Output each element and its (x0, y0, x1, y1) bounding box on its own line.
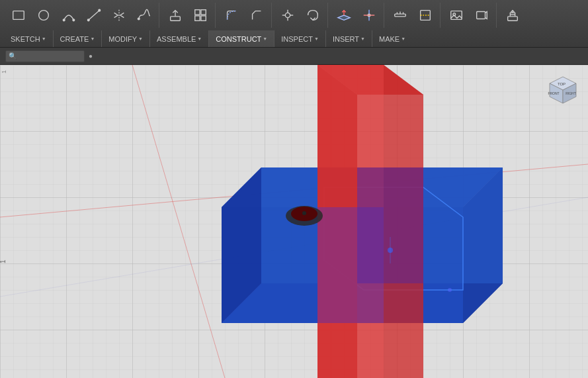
make-label: MAKE (379, 35, 399, 43)
toolbar-top (0, 0, 588, 30)
modify-group (217, 3, 272, 28)
svg-point-58 (302, 211, 306, 215)
sketch-rect-tool[interactable] (7, 3, 30, 28)
svg-rect-33 (508, 17, 518, 21)
search-box[interactable]: 🔍 (5, 50, 85, 62)
modify-arrow: ▼ (138, 36, 143, 41)
construct-group (329, 3, 384, 28)
create-extrude-tool[interactable] (163, 3, 187, 28)
modify-menu[interactable]: MODIFY ▼ (102, 30, 150, 47)
make-menu[interactable]: MAKE ▼ (372, 30, 412, 47)
svg-rect-14 (201, 16, 206, 21)
svg-point-1 (39, 11, 49, 21)
svg-rect-32 (477, 12, 485, 19)
assemble-joint-tool[interactable] (276, 3, 300, 28)
sketch-arrow: ▼ (42, 36, 46, 41)
inspect-arrow: ▼ (314, 36, 319, 41)
nav-cube-svg: TOP FRONT RIGHT (543, 70, 583, 110)
construct-arrow: ▼ (263, 36, 267, 41)
create-menu[interactable]: CREATE ▼ (54, 30, 103, 47)
inspect-menu[interactable]: INSPECT ▼ (274, 30, 326, 47)
create-grid-tool[interactable] (189, 3, 212, 28)
svg-point-2 (63, 19, 65, 21)
svg-point-6 (99, 9, 101, 11)
assemble-label: ASSEMBLE (157, 35, 196, 43)
construct-menu[interactable]: CONSTRUCT ▼ (209, 30, 274, 47)
insert-group (442, 3, 497, 28)
search-icon: 🔍 (9, 52, 17, 60)
sketch-mirror-tool[interactable] (107, 3, 131, 28)
insert-image-tool[interactable] (444, 3, 468, 28)
make-3dprint-tool[interactable] (501, 3, 525, 28)
svg-marker-55 (357, 167, 423, 283)
inspect-section-tool[interactable] (413, 3, 437, 28)
toolbar-menu-row: SKETCH ▼ CREATE ▼ MODIFY ▼ ASSEMBLE ▼ CO… (0, 30, 588, 47)
svg-point-8 (138, 18, 140, 20)
svg-rect-11 (195, 10, 200, 15)
svg-rect-0 (13, 11, 24, 20)
make-group (498, 3, 527, 28)
sketch-spline-tool[interactable] (132, 3, 156, 28)
modify-chamfer-tool[interactable] (245, 3, 269, 28)
inspect-label: INSPECT (281, 35, 313, 43)
make-arrow: ▼ (401, 36, 405, 41)
svg-line-4 (89, 11, 100, 21)
insert-arrow: ▼ (360, 36, 365, 41)
assemble-arrow: ▼ (197, 36, 202, 41)
inspect-group (386, 3, 441, 28)
modify-label: MODIFY (108, 35, 137, 43)
assemble-group (273, 3, 328, 28)
3d-viewport[interactable]: 1 (0, 65, 588, 378)
main-toolbar: SKETCH ▼ CREATE ▼ MODIFY ▼ ASSEMBLE ▼ CO… (0, 0, 588, 48)
create-arrow: ▼ (90, 36, 95, 41)
sketch-group (4, 3, 159, 28)
left-panel: 1 (0, 65, 8, 378)
insert-decal-tool[interactable] (470, 3, 493, 28)
3d-objects (0, 65, 588, 378)
modify-fillet-tool[interactable] (220, 3, 243, 28)
assemble-menu[interactable]: ASSEMBLE ▼ (150, 30, 209, 47)
construct-plane-tool[interactable] (332, 3, 356, 28)
svg-rect-24 (395, 14, 406, 17)
dot-indicator: ● (89, 52, 93, 60)
assemble-motion-tool[interactable] (301, 3, 325, 28)
svg-text:FRONT: FRONT (548, 91, 559, 95)
svg-rect-12 (201, 10, 206, 15)
svg-point-5 (87, 19, 89, 21)
insert-menu[interactable]: INSERT ▼ (326, 30, 372, 47)
sketch-menu[interactable]: SKETCH ▼ (4, 30, 54, 47)
svg-point-3 (73, 19, 75, 21)
sketch-line-tool[interactable] (82, 3, 106, 28)
create-label: CREATE (60, 35, 89, 43)
svg-point-61 (448, 288, 452, 292)
svg-rect-9 (171, 17, 181, 21)
svg-text:TOP: TOP (558, 82, 566, 86)
svg-rect-13 (195, 16, 200, 21)
create-group (161, 3, 216, 28)
navigation-cube[interactable]: TOP FRONT RIGHT (543, 70, 583, 110)
sketch-label: SKETCH (11, 35, 40, 43)
axis-label: 1 (1, 70, 7, 73)
construct-axis-tool[interactable] (357, 3, 381, 28)
svg-point-15 (285, 13, 290, 17)
insert-label: INSERT (333, 35, 359, 43)
inspect-measure-tool[interactable] (388, 3, 412, 28)
sketch-arc-tool[interactable] (57, 3, 81, 28)
construct-label: CONSTRUCT (216, 35, 261, 43)
sketch-circle-tool[interactable] (32, 3, 56, 28)
parameter-bar: 🔍 ● (0, 48, 588, 65)
svg-text:RIGHT: RIGHT (566, 91, 576, 95)
